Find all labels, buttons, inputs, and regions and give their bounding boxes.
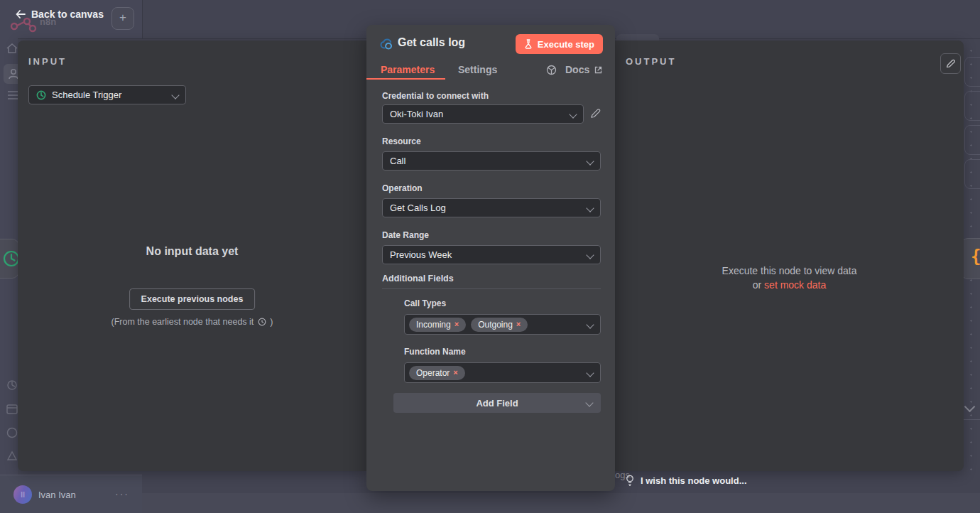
user-icon [7, 68, 18, 80]
pencil-icon [946, 59, 955, 68]
add-field-label: Add Field [476, 398, 518, 409]
back-to-canvas-link[interactable]: Back to canvas [16, 9, 104, 20]
execute-step-label: Execute step [538, 39, 594, 50]
chevron-down-icon [586, 204, 594, 212]
operation-value: Get Calls Log [390, 202, 446, 213]
canvas-node-ghost [964, 125, 980, 155]
remove-tag-icon[interactable]: × [453, 369, 457, 377]
updates-icon[interactable] [6, 450, 18, 462]
input-empty-title: No input data yet [18, 245, 366, 258]
app-screen: n8n Back to canvas + { ogs. II Ivan Ivan… [0, 0, 980, 513]
input-panel: INPUT Schedule Trigger No input data yet… [18, 40, 366, 471]
home-icon[interactable] [6, 43, 18, 54]
help-icon[interactable] [6, 426, 18, 439]
chevron-down-icon [569, 110, 577, 118]
clock-icon [36, 90, 46, 100]
resource-value: Call [390, 156, 405, 166]
chevron-down-icon [585, 399, 593, 406]
tag-incoming[interactable]: Incoming × [409, 318, 466, 332]
resource-label: Resource [382, 136, 421, 146]
set-mock-data-link[interactable]: set mock data [764, 279, 826, 291]
node-detail-dialog: Get calls log Execute step Parameters Se… [366, 25, 615, 491]
input-hint-close: ) [270, 317, 273, 327]
lightbulb-icon [626, 475, 634, 487]
external-link-icon [594, 66, 602, 74]
node-feedback-prompt[interactable]: I wish this node would... [626, 475, 747, 487]
function-name-multiselect[interactable]: Operator × [404, 362, 601, 383]
credential-value: Oki-Toki Ivan [390, 109, 443, 119]
canvas-node-ghost [964, 159, 980, 189]
output-empty-line1: Execute this node to view data [615, 264, 964, 278]
active-tab-underline [366, 78, 445, 80]
input-panel-title: INPUT [28, 56, 67, 67]
code-node-symbol: { [971, 247, 980, 266]
chevron-down-icon [586, 251, 594, 259]
network-icon[interactable] [546, 65, 557, 75]
call-types-label: Call Types [404, 298, 446, 308]
input-source-select[interactable]: Schedule Trigger [28, 85, 186, 104]
add-field-button[interactable]: Add Field [393, 393, 601, 413]
date-range-value: Previous Week [390, 249, 452, 260]
wish-label: I wish this node would... [641, 475, 747, 486]
chevron-down-icon [586, 157, 594, 165]
code-node[interactable]: { [961, 238, 980, 279]
user-name: Ivan Ivan [38, 490, 76, 500]
output-panel-title: OUTPUT [626, 56, 676, 67]
output-panel: OUTPUT Execute this node to view data or… [615, 40, 964, 471]
docs-label: Docs [565, 64, 589, 75]
back-to-canvas-label: Back to canvas [31, 9, 104, 20]
credential-label: Credential to connect with [382, 91, 489, 101]
credential-select[interactable]: Oki-Toki Ivan [382, 104, 584, 124]
operation-label: Operation [382, 183, 423, 193]
schedule-trigger-node[interactable] [0, 239, 19, 279]
list-icon[interactable] [6, 90, 18, 101]
arrow-left-icon [16, 10, 26, 18]
chevron-down-icon [586, 369, 594, 377]
function-name-label: Function Name [404, 347, 466, 357]
chevron-down-icon [171, 91, 179, 99]
input-hint: (From the earliest node that needs it ) [18, 317, 366, 327]
input-source-value: Schedule Trigger [52, 90, 121, 100]
templates-icon[interactable] [6, 404, 18, 415]
additional-fields-label: Additional Fields [382, 274, 454, 284]
tag-label: Outgoing [478, 320, 513, 330]
date-range-label: Date Range [382, 230, 429, 240]
insights-icon[interactable] [6, 379, 18, 391]
canvas-bottom-band [142, 493, 980, 513]
additional-fields-divider [382, 288, 601, 289]
tag-operator[interactable]: Operator × [409, 366, 465, 380]
output-empty-prefix: or [753, 279, 764, 291]
chevron-down-icon [586, 320, 594, 328]
resource-select[interactable]: Call [382, 151, 601, 171]
operation-select[interactable]: Get Calls Log [382, 198, 601, 217]
tag-label: Incoming [416, 320, 451, 330]
docs-link[interactable]: Docs [565, 64, 602, 75]
output-empty-state: Execute this node to view data or set mo… [615, 264, 964, 292]
execute-previous-nodes-button[interactable]: Execute previous nodes [129, 288, 256, 310]
edit-credential-pencil-icon[interactable] [590, 108, 601, 119]
remove-tag-icon[interactable]: × [516, 320, 521, 328]
user-menu-ellipsis[interactable]: ··· [115, 488, 129, 500]
canvas-divider [963, 419, 980, 420]
canvas-node-ghost [964, 91, 980, 121]
history-clock-icon [258, 318, 266, 326]
input-hint-text: (From the earliest node that needs it [111, 317, 254, 327]
remove-tag-icon[interactable]: × [454, 320, 459, 328]
call-types-multiselect[interactable]: Incoming × Outgoing × [404, 314, 601, 335]
tab-settings[interactable]: Settings [458, 64, 497, 75]
canvas-node-ghost [964, 57, 980, 87]
add-node-button[interactable]: + [111, 7, 134, 30]
edit-output-button[interactable] [940, 53, 961, 74]
output-empty-line2: or set mock data [615, 278, 964, 292]
node-title: Get calls log [398, 36, 465, 49]
tag-label: Operator [416, 368, 450, 378]
cloud-node-icon [380, 38, 396, 50]
date-range-select[interactable]: Previous Week [382, 245, 601, 264]
flask-icon [524, 39, 533, 49]
tag-outgoing[interactable]: Outgoing × [471, 318, 528, 332]
tab-parameters[interactable]: Parameters [381, 64, 435, 75]
avatar[interactable]: II [13, 485, 32, 504]
execute-step-button[interactable]: Execute step [516, 34, 603, 54]
